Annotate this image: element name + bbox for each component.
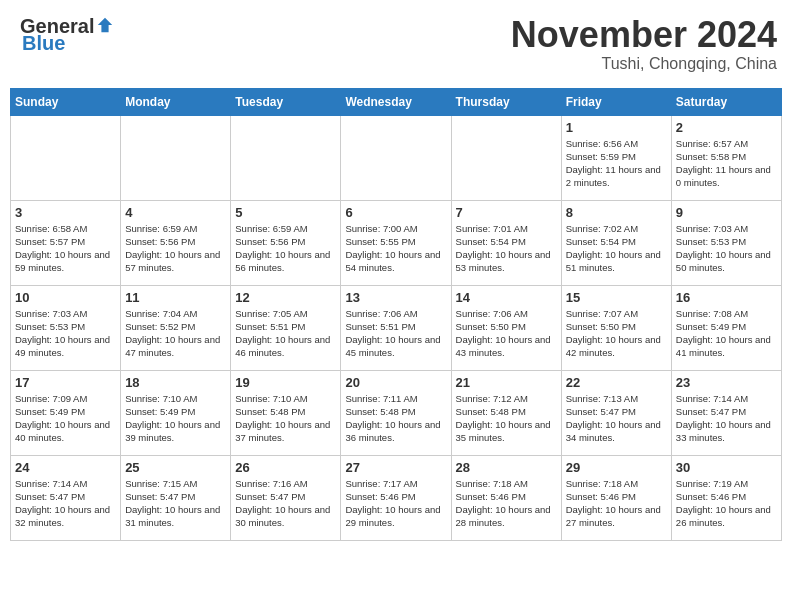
day-number: 27	[345, 460, 446, 475]
calendar-cell	[451, 115, 561, 200]
calendar-header-row: SundayMondayTuesdayWednesdayThursdayFrid…	[11, 88, 782, 115]
calendar-cell: 8Sunrise: 7:02 AMSunset: 5:54 PMDaylight…	[561, 200, 671, 285]
day-info: Sunrise: 7:06 AMSunset: 5:51 PMDaylight:…	[345, 307, 446, 360]
calendar-cell: 5Sunrise: 6:59 AMSunset: 5:56 PMDaylight…	[231, 200, 341, 285]
day-number: 4	[125, 205, 226, 220]
day-info: Sunrise: 6:58 AMSunset: 5:57 PMDaylight:…	[15, 222, 116, 275]
calendar-cell: 11Sunrise: 7:04 AMSunset: 5:52 PMDayligh…	[121, 285, 231, 370]
calendar-cell	[121, 115, 231, 200]
logo-blue-text: Blue	[22, 32, 65, 55]
day-number: 15	[566, 290, 667, 305]
day-info: Sunrise: 7:12 AMSunset: 5:48 PMDaylight:…	[456, 392, 557, 445]
day-info: Sunrise: 6:59 AMSunset: 5:56 PMDaylight:…	[125, 222, 226, 275]
day-number: 18	[125, 375, 226, 390]
day-info: Sunrise: 7:04 AMSunset: 5:52 PMDaylight:…	[125, 307, 226, 360]
page-header: General Blue November 2024 Tushi, Chongq…	[10, 10, 782, 78]
logo: General Blue	[20, 15, 114, 55]
day-info: Sunrise: 7:13 AMSunset: 5:47 PMDaylight:…	[566, 392, 667, 445]
day-info: Sunrise: 7:08 AMSunset: 5:49 PMDaylight:…	[676, 307, 777, 360]
calendar-cell: 26Sunrise: 7:16 AMSunset: 5:47 PMDayligh…	[231, 455, 341, 540]
day-info: Sunrise: 7:00 AMSunset: 5:55 PMDaylight:…	[345, 222, 446, 275]
title-block: November 2024 Tushi, Chongqing, China	[511, 15, 777, 73]
day-number: 3	[15, 205, 116, 220]
calendar-cell: 29Sunrise: 7:18 AMSunset: 5:46 PMDayligh…	[561, 455, 671, 540]
calendar-cell: 27Sunrise: 7:17 AMSunset: 5:46 PMDayligh…	[341, 455, 451, 540]
day-number: 28	[456, 460, 557, 475]
day-info: Sunrise: 7:06 AMSunset: 5:50 PMDaylight:…	[456, 307, 557, 360]
day-info: Sunrise: 7:02 AMSunset: 5:54 PMDaylight:…	[566, 222, 667, 275]
calendar-cell: 23Sunrise: 7:14 AMSunset: 5:47 PMDayligh…	[671, 370, 781, 455]
day-number: 24	[15, 460, 116, 475]
day-info: Sunrise: 7:18 AMSunset: 5:46 PMDaylight:…	[566, 477, 667, 530]
day-number: 23	[676, 375, 777, 390]
weekday-header-monday: Monday	[121, 88, 231, 115]
day-info: Sunrise: 6:57 AMSunset: 5:58 PMDaylight:…	[676, 137, 777, 190]
calendar-cell: 19Sunrise: 7:10 AMSunset: 5:48 PMDayligh…	[231, 370, 341, 455]
logo-icon	[96, 16, 114, 34]
day-number: 26	[235, 460, 336, 475]
weekday-header-sunday: Sunday	[11, 88, 121, 115]
weekday-header-thursday: Thursday	[451, 88, 561, 115]
calendar-cell: 15Sunrise: 7:07 AMSunset: 5:50 PMDayligh…	[561, 285, 671, 370]
calendar-cell: 24Sunrise: 7:14 AMSunset: 5:47 PMDayligh…	[11, 455, 121, 540]
calendar-week-row: 10Sunrise: 7:03 AMSunset: 5:53 PMDayligh…	[11, 285, 782, 370]
day-number: 8	[566, 205, 667, 220]
day-number: 10	[15, 290, 116, 305]
calendar-cell: 6Sunrise: 7:00 AMSunset: 5:55 PMDaylight…	[341, 200, 451, 285]
day-number: 6	[345, 205, 446, 220]
calendar-cell: 30Sunrise: 7:19 AMSunset: 5:46 PMDayligh…	[671, 455, 781, 540]
day-info: Sunrise: 7:14 AMSunset: 5:47 PMDaylight:…	[15, 477, 116, 530]
day-info: Sunrise: 7:03 AMSunset: 5:53 PMDaylight:…	[15, 307, 116, 360]
calendar-cell: 9Sunrise: 7:03 AMSunset: 5:53 PMDaylight…	[671, 200, 781, 285]
weekday-header-friday: Friday	[561, 88, 671, 115]
calendar-cell: 18Sunrise: 7:10 AMSunset: 5:49 PMDayligh…	[121, 370, 231, 455]
calendar-cell: 25Sunrise: 7:15 AMSunset: 5:47 PMDayligh…	[121, 455, 231, 540]
location: Tushi, Chongqing, China	[511, 55, 777, 73]
day-number: 1	[566, 120, 667, 135]
day-number: 25	[125, 460, 226, 475]
day-info: Sunrise: 7:19 AMSunset: 5:46 PMDaylight:…	[676, 477, 777, 530]
calendar-cell: 2Sunrise: 6:57 AMSunset: 5:58 PMDaylight…	[671, 115, 781, 200]
calendar-cell: 7Sunrise: 7:01 AMSunset: 5:54 PMDaylight…	[451, 200, 561, 285]
day-info: Sunrise: 7:11 AMSunset: 5:48 PMDaylight:…	[345, 392, 446, 445]
day-info: Sunrise: 7:05 AMSunset: 5:51 PMDaylight:…	[235, 307, 336, 360]
day-info: Sunrise: 7:15 AMSunset: 5:47 PMDaylight:…	[125, 477, 226, 530]
calendar-cell	[341, 115, 451, 200]
day-number: 30	[676, 460, 777, 475]
calendar-week-row: 1Sunrise: 6:56 AMSunset: 5:59 PMDaylight…	[11, 115, 782, 200]
calendar-week-row: 24Sunrise: 7:14 AMSunset: 5:47 PMDayligh…	[11, 455, 782, 540]
day-number: 29	[566, 460, 667, 475]
day-number: 5	[235, 205, 336, 220]
weekday-header-saturday: Saturday	[671, 88, 781, 115]
calendar-cell: 10Sunrise: 7:03 AMSunset: 5:53 PMDayligh…	[11, 285, 121, 370]
calendar-week-row: 3Sunrise: 6:58 AMSunset: 5:57 PMDaylight…	[11, 200, 782, 285]
day-number: 16	[676, 290, 777, 305]
weekday-header-tuesday: Tuesday	[231, 88, 341, 115]
day-number: 11	[125, 290, 226, 305]
calendar-cell: 3Sunrise: 6:58 AMSunset: 5:57 PMDaylight…	[11, 200, 121, 285]
svg-marker-0	[98, 17, 112, 31]
day-info: Sunrise: 7:14 AMSunset: 5:47 PMDaylight:…	[676, 392, 777, 445]
calendar-cell: 20Sunrise: 7:11 AMSunset: 5:48 PMDayligh…	[341, 370, 451, 455]
calendar-cell	[11, 115, 121, 200]
day-number: 2	[676, 120, 777, 135]
calendar-cell: 21Sunrise: 7:12 AMSunset: 5:48 PMDayligh…	[451, 370, 561, 455]
day-number: 17	[15, 375, 116, 390]
day-info: Sunrise: 7:09 AMSunset: 5:49 PMDaylight:…	[15, 392, 116, 445]
day-number: 21	[456, 375, 557, 390]
day-info: Sunrise: 7:07 AMSunset: 5:50 PMDaylight:…	[566, 307, 667, 360]
calendar-cell: 28Sunrise: 7:18 AMSunset: 5:46 PMDayligh…	[451, 455, 561, 540]
calendar-cell	[231, 115, 341, 200]
calendar-cell: 4Sunrise: 6:59 AMSunset: 5:56 PMDaylight…	[121, 200, 231, 285]
day-number: 20	[345, 375, 446, 390]
calendar-cell: 17Sunrise: 7:09 AMSunset: 5:49 PMDayligh…	[11, 370, 121, 455]
day-info: Sunrise: 7:17 AMSunset: 5:46 PMDaylight:…	[345, 477, 446, 530]
month-title: November 2024	[511, 15, 777, 55]
calendar-cell: 22Sunrise: 7:13 AMSunset: 5:47 PMDayligh…	[561, 370, 671, 455]
day-info: Sunrise: 7:03 AMSunset: 5:53 PMDaylight:…	[676, 222, 777, 275]
day-number: 19	[235, 375, 336, 390]
calendar-cell: 1Sunrise: 6:56 AMSunset: 5:59 PMDaylight…	[561, 115, 671, 200]
day-number: 9	[676, 205, 777, 220]
day-number: 14	[456, 290, 557, 305]
day-number: 13	[345, 290, 446, 305]
